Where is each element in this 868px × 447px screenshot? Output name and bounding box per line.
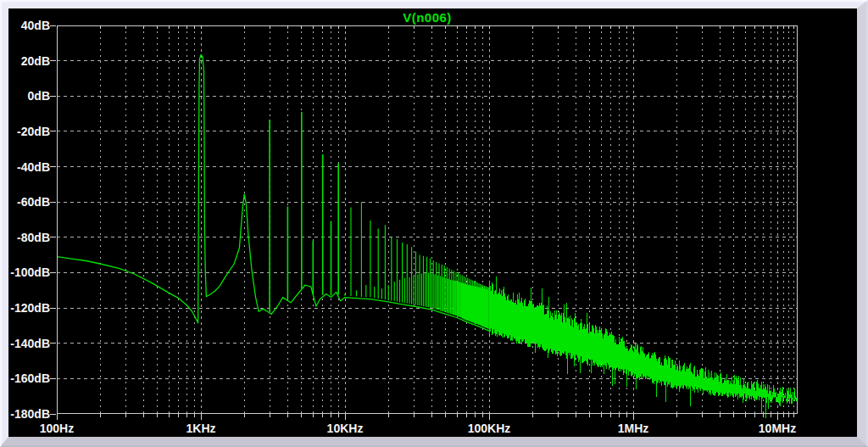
plot-border bbox=[58, 26, 798, 414]
y-axis-label: -160dB bbox=[8, 372, 50, 385]
x-axis-label: 1MHz bbox=[595, 422, 671, 435]
y-axis-label: -60dB bbox=[8, 195, 50, 209]
trace-title[interactable]: V(n006) bbox=[57, 10, 798, 25]
y-axis-label: -20dB bbox=[8, 125, 50, 138]
plot-pane[interactable]: V(n006) 40dB20dB0dB-20dB-40dB-60dB-80dB-… bbox=[8, 8, 857, 437]
y-axis-label: 0dB bbox=[8, 89, 50, 103]
fft-plot-canvas[interactable] bbox=[57, 25, 798, 414]
y-axis-label: -100dB bbox=[8, 265, 50, 279]
x-axis-label: 100KHz bbox=[451, 422, 527, 435]
h-gridlines bbox=[57, 61, 798, 379]
x-axis-label: 10MHz bbox=[739, 422, 815, 435]
y-axis-label: -180dB bbox=[8, 407, 50, 421]
x-axis-label: 1KHz bbox=[163, 422, 239, 435]
trace-harmonic-spikes bbox=[270, 112, 345, 311]
axis-ticks bbox=[50, 25, 793, 420]
y-axis-label: -80dB bbox=[8, 231, 50, 244]
y-axis-label: -140dB bbox=[8, 337, 50, 350]
trace-harmonic-comb bbox=[351, 202, 488, 329]
y-axis-label: 40dB bbox=[8, 19, 50, 32]
y-axis-label: -40dB bbox=[8, 160, 50, 174]
y-axis-label: -120dB bbox=[8, 301, 50, 315]
x-axis-label: 100Hz bbox=[19, 422, 95, 435]
waveform-window: V(n006) 40dB20dB0dB-20dB-40dB-60dB-80dB-… bbox=[0, 0, 868, 447]
x-axis-label: 10KHz bbox=[307, 422, 383, 435]
trace-dense-band bbox=[490, 277, 798, 418]
y-axis-label: 20dB bbox=[8, 54, 50, 68]
